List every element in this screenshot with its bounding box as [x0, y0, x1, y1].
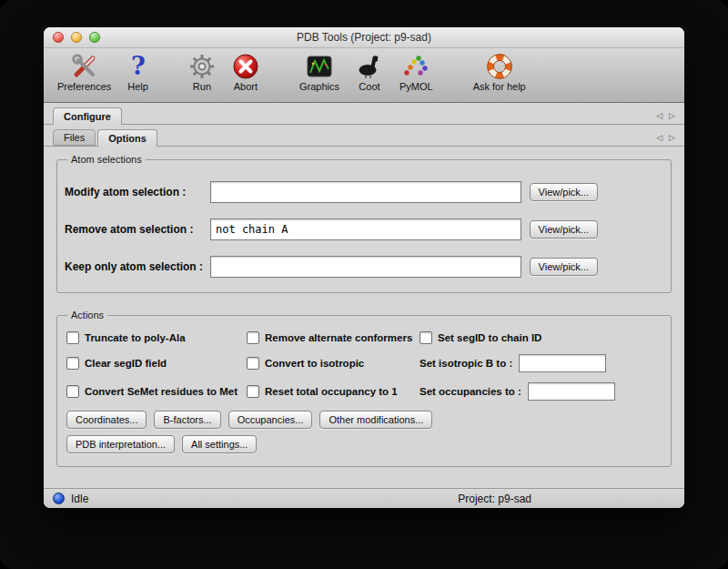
atom-selections-title: Atom selections — [67, 154, 146, 165]
toolbar: Preferences ? Help — [44, 48, 684, 103]
set-isotropic-b-field: Set isotropic B to : — [420, 354, 663, 372]
remove-atom-selection-input[interactable] — [210, 218, 521, 240]
actions-group: Actions Truncate to poly-Ala Remove alte… — [56, 310, 672, 467]
tab-files[interactable]: Files — [53, 129, 96, 146]
configure-tab-bar: Configure ◁ ▷ — [44, 103, 684, 125]
pymol-button[interactable]: PyMOL — [397, 51, 436, 93]
checkbox-label: Truncate to poly-Ala — [85, 332, 186, 343]
keep-only-atom-selection-label: Keep only atom selection : — [65, 260, 210, 273]
checkbox-icon — [66, 385, 79, 398]
checkbox-icon — [247, 357, 259, 370]
question-icon: ? — [128, 52, 148, 80]
modify-atom-selection-label: Modify atom selection : — [65, 186, 210, 198]
set-segid-to-chain-id-checkbox[interactable]: Set segID to chain ID — [420, 331, 663, 344]
statusbar: Idle Project: p9-sad — [44, 488, 684, 508]
tool-label: Preferences — [57, 81, 111, 92]
tool-label: PyMOL — [399, 81, 433, 92]
tab-scroll-left-icon[interactable]: ◁ — [656, 133, 662, 142]
tool-label: Ask for help — [473, 81, 526, 92]
status-indicator — [53, 493, 65, 504]
tool-label: Help — [127, 81, 148, 92]
gear-icon — [188, 52, 216, 80]
abort-icon — [232, 52, 259, 80]
tab-scroll-left-icon[interactable]: ◁ — [656, 111, 662, 120]
lifebuoy-icon — [486, 52, 513, 80]
checkbox-label: Remove alternate conformers — [265, 332, 412, 343]
checkbox-icon — [420, 331, 432, 344]
set-occupancies-label: Set occupancies to : — [420, 386, 521, 397]
run-button[interactable]: Run — [186, 51, 218, 93]
keep-only-atom-selection-input[interactable] — [210, 256, 521, 278]
actions-button-row-2: PDB interpretation... All settings... — [65, 435, 663, 453]
tool-label: Graphics — [299, 81, 339, 92]
actions-checkbox-grid: Truncate to poly-Ala Remove alternate co… — [65, 330, 663, 401]
graphics-button[interactable]: Graphics — [297, 51, 342, 93]
other-modifications-button[interactable]: Other modifications... — [319, 411, 432, 429]
set-isotropic-b-label: Set isotropic B to : — [420, 358, 512, 369]
convert-semet-residues-checkbox[interactable]: Convert SeMet residues to Met — [66, 382, 247, 401]
remove-alternate-conformers-checkbox[interactable]: Remove alternate conformers — [247, 331, 420, 344]
pdb-interpretation-button[interactable]: PDB interpretation... — [66, 435, 175, 453]
checkbox-label: Clear segID field — [85, 358, 167, 369]
checkbox-icon — [66, 331, 79, 344]
atom-selections-group: Atom selections Modify atom selection : … — [56, 154, 672, 293]
pymol-icon — [402, 52, 430, 80]
tool-label: Run — [193, 81, 211, 92]
set-occupancies-input[interactable] — [528, 382, 615, 401]
actions-title: Actions — [67, 310, 107, 320]
tool-label: Coot — [359, 81, 379, 92]
reset-total-occupancy-checkbox[interactable]: Reset total occupancy to 1 — [247, 382, 420, 401]
files-options-tab-bar: Files Options ◁ ▷ — [44, 125, 684, 147]
modify-atom-selection-row: Modify atom selection : View/pick... — [65, 181, 663, 203]
checkbox-label: Set segID to chain ID — [438, 332, 541, 343]
status-text: Idle — [71, 493, 88, 505]
clear-segid-field-checkbox[interactable]: Clear segID field — [66, 354, 247, 372]
truncate-poly-ala-checkbox[interactable]: Truncate to poly-Ala — [66, 331, 247, 344]
graphics-icon — [306, 52, 333, 80]
svg-text:?: ? — [131, 53, 146, 80]
tool-label: Abort — [234, 81, 258, 92]
zoom-button[interactable] — [89, 32, 100, 43]
checkbox-icon — [66, 357, 79, 370]
remove-atom-selection-label: Remove atom selection : — [65, 223, 210, 236]
window-title: PDB Tools (Project: p9-sad) — [297, 31, 431, 44]
modify-view-pick-button[interactable]: View/pick... — [530, 183, 598, 201]
checkbox-label: Reset total occupancy to 1 — [265, 386, 398, 397]
close-button[interactable] — [53, 32, 64, 43]
remove-atom-selection-row: Remove atom selection : View/pick... — [65, 218, 663, 240]
all-settings-button[interactable]: All settings... — [182, 435, 257, 453]
preferences-button[interactable]: Preferences — [55, 51, 114, 93]
app-window: PDB Tools (Project: p9-sad) Preferences — [44, 27, 684, 508]
minimize-button[interactable] — [71, 32, 82, 43]
coot-button[interactable]: Coot — [353, 51, 386, 93]
checkbox-label: Convert to isotropic — [265, 358, 364, 369]
abort-button[interactable]: Abort — [229, 51, 262, 93]
tools-icon — [71, 52, 98, 80]
keep-only-atom-selection-row: Keep only atom selection : View/pick... — [65, 256, 663, 278]
occupancies-button[interactable]: Occupancies... — [228, 411, 313, 429]
traffic-lights — [53, 32, 100, 43]
help-button[interactable]: ? Help — [125, 51, 151, 93]
tab-scroll-arrows: ◁ ▷ — [656, 133, 675, 146]
project-label: Project: p9-sad — [458, 493, 531, 505]
coot-bird-icon — [356, 52, 383, 80]
tab-configure[interactable]: Configure — [53, 107, 122, 125]
set-occupancies-field: Set occupancies to : — [420, 382, 663, 401]
options-panel: Atom selections Modify atom selection : … — [44, 147, 684, 488]
tab-options[interactable]: Options — [97, 129, 157, 147]
tab-scroll-arrows: ◁ ▷ — [656, 111, 675, 124]
convert-to-isotropic-checkbox[interactable]: Convert to isotropic — [247, 354, 420, 372]
checkbox-label: Convert SeMet residues to Met — [85, 386, 238, 397]
titlebar[interactable]: PDB Tools (Project: p9-sad) — [44, 27, 684, 48]
tab-scroll-right-icon[interactable]: ▷ — [669, 133, 675, 142]
modify-atom-selection-input[interactable] — [210, 181, 521, 203]
ask-for-help-button[interactable]: Ask for help — [470, 51, 529, 93]
coordinates-button[interactable]: Coordinates... — [66, 411, 147, 429]
set-isotropic-b-input[interactable] — [519, 354, 606, 372]
keep-only-view-pick-button[interactable]: View/pick... — [530, 258, 598, 276]
actions-button-row-1: Coordinates... B-factors... Occupancies.… — [65, 411, 663, 429]
remove-view-pick-button[interactable]: View/pick... — [530, 220, 598, 239]
checkbox-icon — [247, 385, 259, 398]
b-factors-button[interactable]: B-factors... — [154, 411, 220, 429]
tab-scroll-right-icon[interactable]: ▷ — [669, 111, 675, 120]
